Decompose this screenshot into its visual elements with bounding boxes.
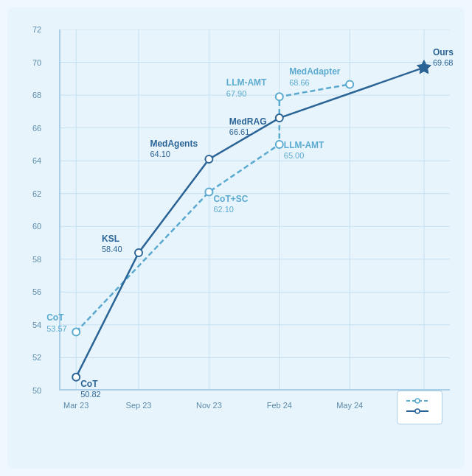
y-tick-60: 60 [32, 222, 41, 231]
legend-zero-shot [406, 407, 433, 415]
svg-point-21 [276, 93, 283, 100]
y-tick-58: 58 [32, 255, 41, 264]
chart-container: 505254565860626466687072Mar 23Sep 23Nov … [7, 7, 465, 469]
y-tick-68: 68 [32, 91, 41, 99]
svg-point-26 [276, 114, 283, 122]
legend-few-shot [406, 397, 433, 405]
x-tick-Feb24: Feb 24 [267, 401, 292, 410]
y-tick-72: 72 [32, 25, 41, 34]
y-tick-64: 64 [32, 156, 41, 165]
svg-point-29 [415, 399, 420, 403]
svg-point-22 [346, 80, 353, 88]
svg-point-19 [205, 189, 212, 196]
x-tick-Nov23: Nov 23 [196, 401, 222, 410]
svg-point-18 [72, 328, 80, 335]
legend [397, 391, 442, 424]
y-tick-50: 50 [32, 386, 41, 395]
svg-point-31 [415, 409, 420, 413]
chart-area: 505254565860626466687072Mar 23Sep 23Nov … [59, 29, 450, 391]
few-shot-legend-line [406, 397, 428, 405]
zero-shot-legend-line [406, 407, 428, 415]
x-tick-Sep23: Sep 23 [126, 401, 152, 410]
x-tick-May24: May 24 [336, 401, 363, 410]
svg-point-23 [72, 374, 80, 381]
svg-point-24 [135, 249, 142, 256]
svg-point-20 [276, 141, 283, 148]
y-tick-56: 56 [32, 287, 41, 296]
x-tick-Mar23: Mar 23 [63, 401, 88, 410]
y-tick-66: 66 [32, 124, 41, 133]
y-tick-54: 54 [32, 321, 41, 329]
y-tick-62: 62 [32, 189, 41, 198]
y-tick-52: 52 [32, 353, 41, 362]
chart-svg [60, 29, 450, 389]
y-tick-70: 70 [32, 58, 41, 67]
svg-point-25 [205, 155, 212, 163]
